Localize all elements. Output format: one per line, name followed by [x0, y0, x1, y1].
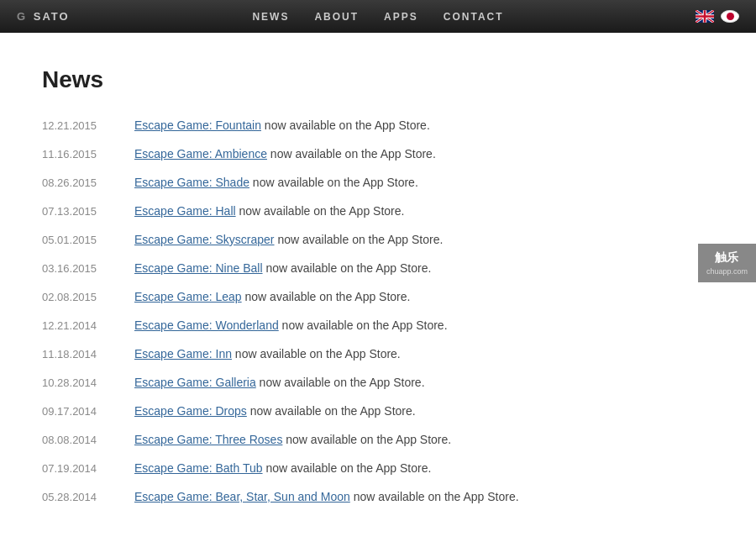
news-text: Escape Game: Nine Ball now available on …: [134, 261, 431, 275]
lang-jp-button[interactable]: [721, 10, 739, 23]
news-date: 07.19.2014: [42, 462, 118, 475]
news-game-link[interactable]: Escape Game: Drops: [134, 404, 247, 418]
news-item: 03.16.2015Escape Game: Nine Ball now ava…: [42, 261, 714, 275]
news-date: 08.08.2014: [42, 434, 118, 446]
nav-link-apps[interactable]: APPS: [384, 11, 418, 23]
news-text: Escape Game: Bear, Star, Sun and Moon no…: [134, 490, 519, 503]
news-game-link[interactable]: Escape Game: Inn: [134, 347, 232, 360]
news-game-link[interactable]: Escape Game: Galleria: [134, 376, 256, 389]
news-game-link[interactable]: Escape Game: Bath Tub: [134, 461, 263, 475]
news-item: 12.21.2015Escape Game: Fountain now avai…: [42, 118, 714, 132]
nav-link-about[interactable]: ABOUT: [314, 11, 359, 23]
news-text: Escape Game: Three Roses now available o…: [134, 433, 451, 446]
news-game-link[interactable]: Escape Game: Fountain: [134, 118, 261, 132]
news-game-link[interactable]: Escape Game: Nine Ball: [134, 261, 263, 275]
news-item: 09.17.2014Escape Game: Drops now availab…: [42, 404, 714, 418]
news-date: 02.08.2015: [42, 291, 118, 303]
news-item: 08.26.2015Escape Game: Shade now availab…: [42, 176, 714, 189]
news-game-link[interactable]: Escape Game: Bear, Star, Sun and Moon: [134, 490, 350, 503]
news-text: Escape Game: Wonderland now available on…: [134, 318, 448, 332]
news-date: 07.13.2015: [42, 205, 118, 218]
news-list: 12.21.2015Escape Game: Fountain now avai…: [42, 118, 714, 503]
news-date: 12.21.2014: [42, 319, 118, 332]
lang-en-button[interactable]: [696, 10, 714, 23]
news-game-link[interactable]: Escape Game: Three Roses: [134, 433, 282, 446]
main-content: News 12.21.2015Escape Game: Fountain now…: [0, 33, 756, 542]
news-text: Escape Game: Drops now available on the …: [134, 404, 416, 418]
news-item: 08.08.2014Escape Game: Three Roses now a…: [42, 433, 714, 446]
news-text: Escape Game: Galleria now available on t…: [134, 376, 425, 389]
chuapp-badge[interactable]: 触乐 chuapp.com: [698, 244, 756, 282]
news-date: 08.26.2015: [42, 176, 118, 189]
navbar: G SATO NEWS ABOUT APPS CONTACT: [0, 0, 756, 33]
nav-language-switcher: [696, 10, 739, 23]
chuapp-sub-text: chuapp.com: [706, 267, 748, 276]
site-logo: G SATO: [17, 10, 70, 23]
news-item: 07.13.2015Escape Game: Hall now availabl…: [42, 204, 714, 218]
news-text: Escape Game: Ambience now available on t…: [134, 147, 436, 160]
news-date: 05.01.2015: [42, 234, 118, 246]
news-text: Escape Game: Hall now available on the A…: [134, 204, 404, 218]
news-game-link[interactable]: Escape Game: Hall: [134, 204, 236, 218]
page-title: News: [42, 66, 714, 93]
nav-link-contact[interactable]: CONTACT: [444, 11, 504, 23]
news-text: Escape Game: Bath Tub now available on t…: [134, 461, 431, 475]
news-date: 09.17.2014: [42, 405, 118, 418]
news-item: 11.16.2015Escape Game: Ambience now avai…: [42, 147, 714, 160]
news-text: Escape Game: Inn now available on the Ap…: [134, 347, 401, 360]
news-item: 10.28.2014Escape Game: Galleria now avai…: [42, 376, 714, 389]
news-item: 05.28.2014Escape Game: Bear, Star, Sun a…: [42, 490, 714, 503]
news-text: Escape Game: Fountain now available on t…: [134, 118, 430, 132]
news-game-link[interactable]: Escape Game: Ambience: [134, 147, 267, 160]
news-item: 07.19.2014Escape Game: Bath Tub now avai…: [42, 461, 714, 475]
logo-prefix: G: [17, 10, 27, 23]
news-date: 05.28.2014: [42, 491, 118, 503]
chuapp-main-text: 触乐: [706, 250, 748, 266]
news-game-link[interactable]: Escape Game: Leap: [134, 290, 242, 303]
news-item: 05.01.2015Escape Game: Skyscraper now av…: [42, 233, 714, 246]
news-game-link[interactable]: Escape Game: Wonderland: [134, 318, 279, 332]
news-game-link[interactable]: Escape Game: Shade: [134, 176, 249, 189]
news-date: 11.16.2015: [42, 148, 118, 160]
jp-flag-circle: [727, 13, 734, 20]
news-text: Escape Game: Skyscraper now available on…: [134, 233, 443, 246]
news-item: 11.18.2014Escape Game: Inn now available…: [42, 347, 714, 360]
news-text: Escape Game: Leap now available on the A…: [134, 290, 410, 303]
news-date: 11.18.2014: [42, 348, 118, 360]
news-text: Escape Game: Shade now available on the …: [134, 176, 418, 189]
news-date: 12.21.2015: [42, 119, 118, 132]
news-game-link[interactable]: Escape Game: Skyscraper: [134, 233, 275, 246]
news-date: 03.16.2015: [42, 262, 118, 275]
news-item: 12.21.2014Escape Game: Wonderland now av…: [42, 318, 714, 332]
nav-link-news[interactable]: NEWS: [252, 11, 289, 23]
news-item: 02.08.2015Escape Game: Leap now availabl…: [42, 290, 714, 303]
news-date: 10.28.2014: [42, 376, 118, 389]
nav-links: NEWS ABOUT APPS CONTACT: [252, 11, 503, 23]
